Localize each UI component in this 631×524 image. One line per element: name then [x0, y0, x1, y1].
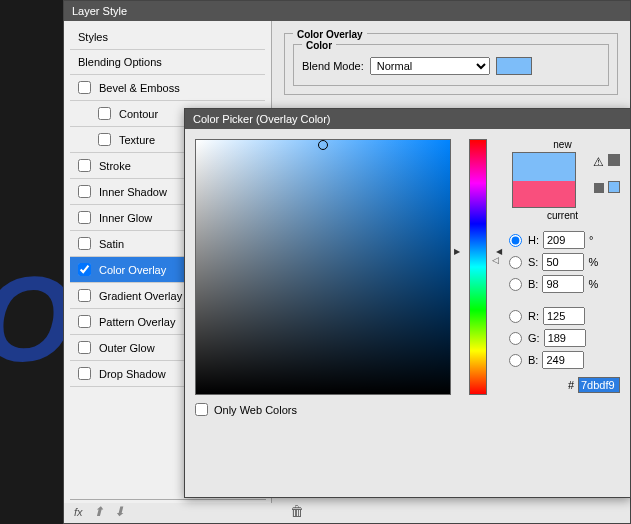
websafe-swatch[interactable]: [608, 181, 620, 193]
overlay-color-swatch[interactable]: [496, 57, 532, 75]
sat-label: S:: [528, 256, 538, 268]
sv-marker: [318, 140, 328, 150]
red-input[interactable]: [543, 307, 585, 325]
green-label: G:: [528, 332, 540, 344]
only-web-colors-checkbox[interactable]: [195, 403, 208, 416]
effect-checkbox[interactable]: [78, 185, 91, 198]
sidebar-footer: fx ⬆ ⬇: [70, 499, 266, 523]
effect-item-bevel-emboss[interactable]: Bevel & Emboss: [70, 75, 265, 101]
effect-label: Gradient Overlay: [99, 290, 182, 302]
move-down-icon[interactable]: ⬇: [114, 504, 125, 519]
hex-input[interactable]: [578, 377, 620, 393]
effect-checkbox[interactable]: [78, 263, 91, 276]
blue-label: B:: [528, 354, 538, 366]
effect-checkbox[interactable]: [78, 289, 91, 302]
move-up-icon[interactable]: ⬆: [93, 504, 104, 519]
effect-label: Drop Shadow: [99, 368, 166, 380]
color-overlay-group: Color Overlay Color Blend Mode: Normal: [284, 33, 618, 95]
effect-checkbox[interactable]: [78, 81, 91, 94]
sat-input[interactable]: [542, 253, 584, 271]
new-label: new: [505, 139, 620, 150]
effect-checkbox[interactable]: [98, 133, 111, 146]
effect-label: Texture: [119, 134, 155, 146]
layer-style-titlebar[interactable]: Layer Style: [64, 1, 630, 21]
effect-label: Inner Shadow: [99, 186, 167, 198]
effect-item-styles[interactable]: Styles: [70, 25, 265, 50]
gamut-swatch[interactable]: [608, 154, 620, 166]
websafe-warning-icon[interactable]: [594, 183, 604, 193]
hex-label: #: [568, 379, 574, 391]
effect-label: Pattern Overlay: [99, 316, 175, 328]
effect-checkbox[interactable]: [78, 315, 91, 328]
fx-menu[interactable]: fx: [74, 506, 83, 518]
color-picker-titlebar[interactable]: Color Picker (Overlay Color): [185, 109, 630, 129]
hue-input[interactable]: [543, 231, 585, 249]
sat-unit: %: [588, 256, 602, 268]
only-web-colors-label: Only Web Colors: [214, 404, 297, 416]
green-input[interactable]: [544, 329, 586, 347]
effect-checkbox[interactable]: [78, 159, 91, 172]
effect-label: Bevel & Emboss: [99, 82, 180, 94]
saturation-value-area[interactable]: [195, 139, 451, 395]
color-value-fields: H:° S:% B:% R: G: B: #: [505, 231, 620, 393]
effect-checkbox[interactable]: [98, 107, 111, 120]
new-current-swatch[interactable]: [512, 152, 576, 208]
blue-radio[interactable]: [509, 354, 522, 367]
bri-unit: %: [588, 278, 602, 290]
blend-mode-select[interactable]: Normal: [370, 57, 490, 75]
hue-radio[interactable]: [509, 234, 522, 247]
green-radio[interactable]: [509, 332, 522, 345]
red-label: R:: [528, 310, 539, 322]
hue-unit: °: [589, 234, 603, 246]
bri-label: B:: [528, 278, 538, 290]
effect-checkbox[interactable]: [78, 367, 91, 380]
sat-radio[interactable]: [509, 256, 522, 269]
trash-icon[interactable]: 🗑: [290, 503, 304, 519]
bri-radio[interactable]: [509, 278, 522, 291]
effect-label: Outer Glow: [99, 342, 155, 354]
blue-input[interactable]: [542, 351, 584, 369]
effect-label: Color Overlay: [99, 264, 166, 276]
effect-item-blending-options[interactable]: Blending Options: [70, 50, 265, 75]
hue-label: H:: [528, 234, 539, 246]
effect-label: Satin: [99, 238, 124, 250]
effect-checkbox[interactable]: [78, 211, 91, 224]
hue-hint-icon: ◁: [492, 255, 499, 265]
color-picker-window: Color Picker (Overlay Color) Only Web Co…: [184, 108, 631, 498]
bri-input[interactable]: [542, 275, 584, 293]
effect-label: Styles: [78, 31, 108, 43]
effect-checkbox[interactable]: [78, 341, 91, 354]
current-label: current: [505, 210, 620, 221]
gamut-warning-icon[interactable]: ⚠: [593, 155, 604, 169]
effect-label: Inner Glow: [99, 212, 152, 224]
effect-checkbox[interactable]: [78, 237, 91, 250]
blend-mode-label: Blend Mode:: [302, 60, 364, 72]
color-picker-title: Color Picker (Overlay Color): [193, 113, 331, 125]
effect-label: Contour: [119, 108, 158, 120]
color-subtitle: Color: [302, 40, 336, 51]
red-radio[interactable]: [509, 310, 522, 323]
effect-label: Stroke: [99, 160, 131, 172]
group-title: Color Overlay: [293, 29, 367, 40]
effect-label: Blending Options: [78, 56, 162, 68]
window-title: Layer Style: [72, 5, 127, 17]
hue-slider[interactable]: [469, 139, 487, 395]
